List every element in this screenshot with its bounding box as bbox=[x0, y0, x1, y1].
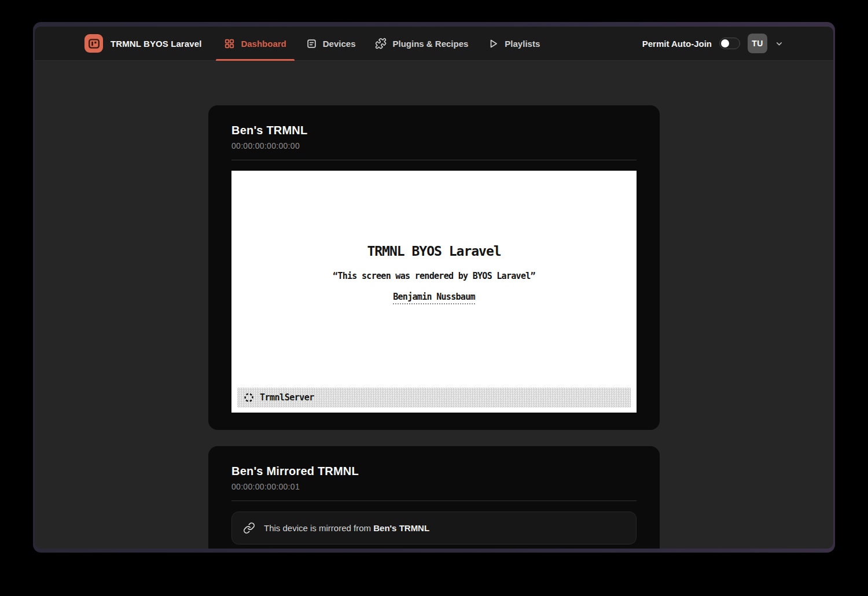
tab-devices[interactable]: Devices bbox=[296, 27, 366, 60]
device-mac-address: 00:00:00:00:00:01 bbox=[231, 481, 637, 492]
link-icon bbox=[243, 522, 255, 534]
nav-right: Permit Auto-Join TU bbox=[642, 34, 784, 53]
nav-tabs: Dashboard Devices bbox=[214, 27, 550, 60]
screen-title: TRMNL BYOS Laravel bbox=[231, 171, 637, 259]
device-name: Ben's TRMNL bbox=[231, 123, 637, 138]
tab-label: Playlists bbox=[505, 39, 540, 49]
tab-dashboard[interactable]: Dashboard bbox=[214, 27, 296, 60]
permit-auto-join-toggle[interactable] bbox=[719, 38, 740, 49]
screen-status-label: TrmnlServer bbox=[260, 392, 314, 403]
main-content: Ben's TRMNL 00:00:00:00:00:00 TRMNL BYOS… bbox=[35, 61, 833, 549]
tab-label: Plugins & Recipes bbox=[392, 39, 468, 49]
divider bbox=[231, 160, 637, 160]
screen-status-bar: TrmnlServer bbox=[237, 388, 631, 407]
user-avatar[interactable]: TU bbox=[748, 34, 767, 53]
tab-playlists[interactable]: Playlists bbox=[478, 27, 550, 60]
mirror-source-name: Ben's TRMNL bbox=[373, 523, 429, 533]
mirror-note-prefix: This device is mirrored from bbox=[264, 523, 373, 533]
tab-label: Dashboard bbox=[241, 39, 286, 49]
mirror-info-box: This device is mirrored from Ben's TRMNL bbox=[231, 512, 637, 545]
permit-auto-join-label: Permit Auto-Join bbox=[642, 39, 712, 49]
chevron-down-icon[interactable] bbox=[775, 39, 784, 48]
refresh-spinner-icon bbox=[244, 392, 254, 403]
device-card-bens-trmnl: Ben's TRMNL 00:00:00:00:00:00 TRMNL BYOS… bbox=[208, 105, 660, 430]
device-screen-preview: TRMNL BYOS Laravel “This screen was rend… bbox=[231, 171, 637, 413]
brand-title: TRMNL BYOS Laravel bbox=[111, 39, 201, 49]
tab-label: Devices bbox=[323, 39, 356, 49]
trmnl-logo-icon[interactable] bbox=[84, 34, 103, 53]
device-card-bens-mirrored-trmnl: Ben's Mirrored TRMNL 00:00:00:00:00:01 T… bbox=[208, 446, 660, 549]
device-name: Ben's Mirrored TRMNL bbox=[231, 463, 637, 479]
play-icon bbox=[488, 38, 499, 49]
app-window: TRMNL BYOS Laravel Dashboard bbox=[35, 27, 833, 549]
puzzle-icon bbox=[375, 38, 387, 49]
devices-icon bbox=[306, 38, 317, 49]
screen-quote: “This screen was rendered by BYOS Larave… bbox=[231, 271, 637, 281]
brand: TRMNL BYOS Laravel bbox=[84, 34, 201, 53]
divider bbox=[231, 501, 637, 501]
tab-plugins-recipes[interactable]: Plugins & Recipes bbox=[365, 27, 478, 60]
device-mac-address: 00:00:00:00:00:00 bbox=[231, 141, 637, 151]
top-nav: TRMNL BYOS Laravel Dashboard bbox=[35, 27, 833, 61]
mirror-note: This device is mirrored from Ben's TRMNL bbox=[264, 523, 429, 533]
screen-author: Benjamin Nussbaum bbox=[393, 292, 475, 304]
grid-icon bbox=[224, 38, 235, 49]
app-window-frame: TRMNL BYOS Laravel Dashboard bbox=[33, 22, 835, 553]
toggle-knob bbox=[721, 39, 729, 47]
